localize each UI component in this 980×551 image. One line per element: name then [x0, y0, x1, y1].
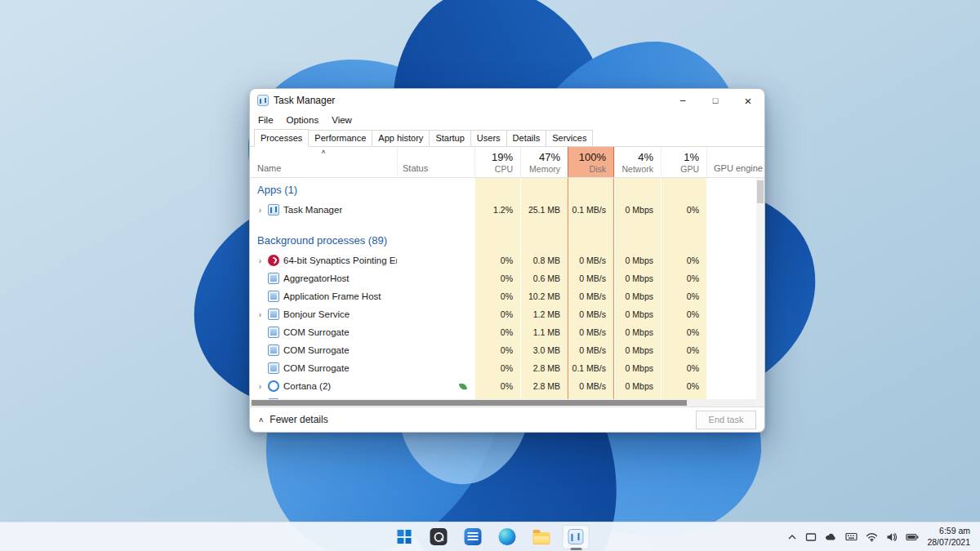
- tray-cloud-icon[interactable]: [825, 532, 837, 541]
- process-row[interactable]: COM Surrogate 0% 2.8 MB 0.1 MB/s 0 Mbps …: [250, 359, 756, 377]
- end-task-button[interactable]: End task: [696, 411, 756, 429]
- wifi-icon[interactable]: [866, 532, 878, 542]
- process-row[interactable]: › Bonjour Service 0% 1.2 MB 0 MB/s 0 Mbp…: [250, 305, 756, 323]
- taskbar-app-blue[interactable]: [460, 525, 487, 549]
- tab-details[interactable]: Details: [506, 130, 547, 146]
- group-header-row[interactable]: Background processes (89): [250, 229, 756, 251]
- tab-app-history[interactable]: App history: [372, 130, 430, 146]
- close-button[interactable]: ×: [732, 89, 764, 112]
- tab-performance[interactable]: Performance: [308, 130, 372, 146]
- process-row[interactable]: COM Surrogate 0% 1.1 MB 0 MB/s 0 Mbps 0%: [250, 323, 756, 341]
- taskbar-clock[interactable]: 6:59 am 28/07/2021: [927, 526, 970, 548]
- tab-processes[interactable]: Processes: [254, 129, 309, 146]
- tab-users[interactable]: Users: [470, 130, 507, 146]
- gpu-value-cell: 0%: [661, 305, 706, 323]
- network-value-cell: 0 Mbps: [614, 201, 661, 219]
- group-label: [250, 219, 397, 229]
- gpu-engine-cell: [706, 287, 756, 305]
- process-icon: [268, 380, 279, 392]
- process-icon: [268, 291, 279, 302]
- horizontal-scrollbar[interactable]: [250, 399, 756, 407]
- volume-icon[interactable]: [886, 532, 898, 542]
- process-row[interactable]: › 64-bit Synaptics Pointing Enhan… 0% 0.…: [250, 251, 756, 269]
- process-name: Bonjour Service: [283, 309, 350, 319]
- group-header-row[interactable]: Apps (1): [250, 178, 756, 201]
- maximize-button[interactable]: □: [699, 89, 732, 112]
- menu-bar: File Options View: [250, 112, 764, 128]
- memory-value-cell: 0.6 MB: [520, 269, 568, 287]
- column-header-gpu-engine[interactable]: GPU engine: [706, 147, 764, 177]
- empty-heat-cell: [474, 229, 520, 251]
- status-cell: [397, 341, 474, 359]
- vertical-scrollbar[interactable]: [756, 178, 764, 407]
- disk-value-cell: 0 MB/s: [568, 341, 614, 359]
- window-titlebar[interactable]: Task Manager – □ ×: [250, 89, 764, 112]
- menu-view[interactable]: View: [332, 115, 352, 125]
- process-list: Apps (1) › Task Manager 1.2% 25.1 MB 0.1…: [250, 178, 756, 399]
- empty-heat-cell: [520, 219, 568, 229]
- empty-heat-cell: [614, 229, 661, 251]
- memory-value-cell: 2.8 MB: [520, 377, 568, 395]
- expand-chevron-icon[interactable]: ›: [256, 310, 264, 319]
- menu-options[interactable]: Options: [287, 115, 319, 125]
- expand-chevron-icon[interactable]: ›: [256, 256, 264, 265]
- column-header-gpu[interactable]: 1% GPU: [661, 147, 706, 177]
- cpu-value-cell: 0%: [474, 323, 520, 341]
- process-name: COM Surrogate: [283, 363, 350, 373]
- process-row[interactable]: Application Frame Host 0% 10.2 MB 0 MB/s…: [250, 287, 756, 305]
- fewer-details-toggle[interactable]: ∧ Fewer details: [258, 414, 328, 425]
- tab-services[interactable]: Services: [546, 130, 593, 146]
- process-row[interactable]: AggregatorHost 0% 0.6 MB 0 MB/s 0 Mbps 0…: [250, 269, 756, 287]
- status-cell: [397, 377, 474, 395]
- gpu-engine-cell: [706, 251, 756, 269]
- column-header-disk[interactable]: 100% Disk: [568, 147, 614, 177]
- cpu-value-cell: 0%: [474, 251, 520, 269]
- menu-file[interactable]: File: [258, 115, 274, 125]
- windows-logo-icon: [398, 530, 412, 544]
- minimize-button[interactable]: –: [666, 89, 699, 112]
- column-header-name[interactable]: ∧ Name: [250, 147, 397, 177]
- taskbar-app-dark[interactable]: [425, 525, 452, 549]
- memory-value-cell: 1.1 MB: [520, 323, 568, 341]
- expand-chevron-icon[interactable]: ›: [256, 382, 264, 391]
- process-name: COM Surrogate: [283, 345, 350, 355]
- tray-keyboard-icon[interactable]: [845, 532, 858, 541]
- gpu-engine-cell: [706, 377, 756, 395]
- store-icon: [465, 528, 482, 545]
- gpu-engine-cell: [706, 269, 756, 287]
- tray-tablet-icon[interactable]: [805, 532, 817, 542]
- search-icon: [430, 528, 448, 545]
- taskbar-edge[interactable]: [494, 525, 521, 549]
- expand-chevron-icon[interactable]: ›: [256, 206, 264, 215]
- process-row[interactable]: COM Surrogate 0% 3.0 MB 0 MB/s 0 Mbps 0%: [250, 341, 756, 359]
- task-manager-icon: [257, 95, 269, 106]
- status-cell: [397, 251, 474, 269]
- task-manager-icon: [568, 529, 584, 544]
- column-header-cpu[interactable]: 19% CPU: [474, 147, 520, 177]
- horizontal-scrollbar-thumb[interactable]: [252, 400, 687, 406]
- disk-value-cell: 0.1 MB/s: [568, 201, 614, 219]
- vertical-scrollbar-thumb[interactable]: [757, 180, 764, 203]
- status-cell: [397, 287, 474, 305]
- column-header-status[interactable]: Status: [397, 147, 474, 177]
- tab-bar: Processes Performance App history Startu…: [250, 128, 764, 147]
- group-header-row[interactable]: [250, 219, 756, 229]
- gpu-value-cell: 0%: [661, 251, 706, 269]
- cpu-value-cell: 0%: [474, 359, 520, 377]
- cpu-value-cell: 0%: [474, 287, 520, 305]
- tab-startup[interactable]: Startup: [429, 130, 470, 146]
- window-footer: ∧ Fewer details End task: [250, 407, 764, 432]
- process-row[interactable]: › Task Manager 1.2% 25.1 MB 0.1 MB/s 0 M…: [250, 201, 756, 219]
- process-row[interactable]: › Cortana (2) 0% 2.8 MB 0 MB/s 0 Mbps 0%: [250, 377, 756, 395]
- battery-icon[interactable]: [906, 533, 919, 541]
- column-header-memory[interactable]: 47% Memory: [520, 147, 568, 177]
- tray-chevron-up-icon[interactable]: [787, 533, 797, 541]
- column-header-network[interactable]: 4% Network: [614, 147, 661, 177]
- empty-heat-cell: [568, 178, 614, 201]
- disk-value-cell: 0 MB/s: [568, 305, 614, 323]
- start-button[interactable]: [391, 525, 418, 549]
- memory-value-cell: 1.2 MB: [520, 305, 568, 323]
- taskbar-file-explorer[interactable]: [528, 525, 555, 549]
- network-value-cell: 0 Mbps: [614, 341, 661, 359]
- taskbar-task-manager[interactable]: [563, 525, 590, 549]
